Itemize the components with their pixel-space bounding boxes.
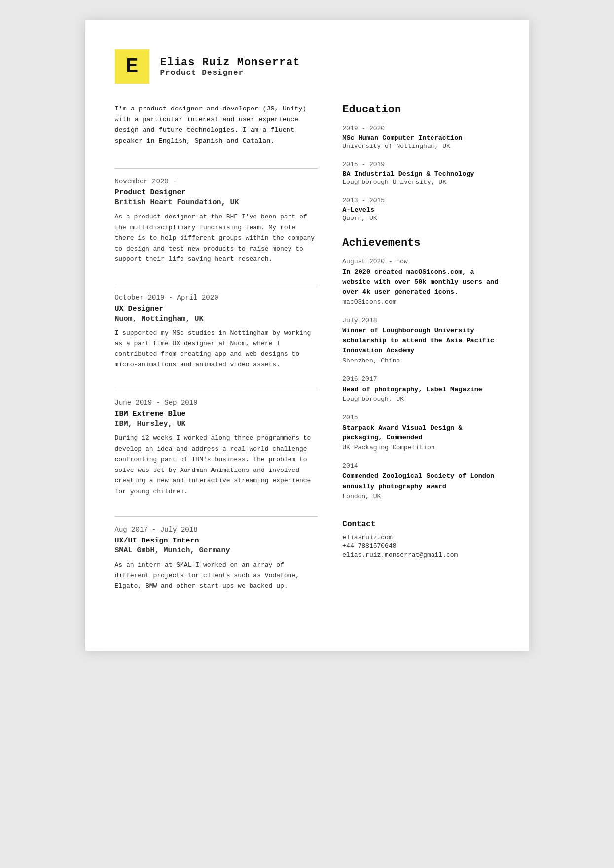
achievement-item: 2015 Starpack Award Visual Design & pack…	[342, 414, 499, 452]
exp-company: Nuom, Nottingham, UK	[115, 315, 318, 323]
edu-years: 2019 - 2020	[342, 125, 499, 132]
contact-item: +44 7881570648	[342, 542, 499, 550]
edu-years: 2015 - 2019	[342, 161, 499, 168]
contact-section: Contact eliasruiz.com+44 7881570648elias…	[342, 520, 499, 559]
education-list: 2019 - 2020 MSc Human Computer Interacti…	[342, 125, 499, 222]
contact-list: eliasruiz.com+44 7881570648elias.ruiz.mo…	[342, 534, 499, 559]
achievements-section: Achievements August 2020 - now In 2020 c…	[342, 237, 499, 500]
right-column: Education 2019 - 2020 MSc Human Computer…	[342, 104, 499, 611]
experience-item: October 2019 - April 2020 UX Designer Nu…	[115, 285, 318, 370]
ach-subtitle: Loughborough, UK	[342, 396, 499, 403]
edu-degree: A-Levels	[342, 206, 499, 214]
main-layout: I'm a product designer and developer (JS…	[115, 104, 500, 611]
exp-date: Aug 2017 - July 2018	[115, 526, 318, 534]
contact-title: Contact	[342, 520, 499, 529]
achievement-item: 2016-2017 Head of photography, Label Mag…	[342, 375, 499, 403]
resume-container: E Elias Ruiz Monserrat Product Designer …	[85, 20, 529, 651]
achievement-item: July 2018 Winner of Loughborough Univers…	[342, 317, 499, 364]
exp-description: As a product designer at the BHF I've be…	[115, 212, 318, 264]
experience-item: November 2020 - Product Designer British…	[115, 168, 318, 264]
ach-title: In 2020 created macOSicons.com, a websit…	[342, 267, 499, 297]
exp-role: UX Designer	[115, 305, 318, 313]
edu-school: Quorn, UK	[342, 215, 499, 222]
exp-company: IBM, Hursley, UK	[115, 420, 318, 428]
section-divider	[115, 390, 318, 390]
ach-title: Winner of Loughborough University schola…	[342, 326, 499, 356]
ach-date: 2016-2017	[342, 375, 499, 383]
exp-company: British Heart Foundation, UK	[115, 198, 318, 207]
ach-subtitle: macOSicons.com	[342, 298, 499, 306]
exp-description: As an intern at SMAL I worked on an arra…	[115, 560, 318, 591]
section-divider	[115, 168, 318, 169]
experience-item: Aug 2017 - July 2018 UX/UI Design Intern…	[115, 516, 318, 591]
experience-item: June 2019 - Sep 2019 IBM Extreme Blue IB…	[115, 390, 318, 497]
section-divider	[115, 285, 318, 285]
exp-role: IBM Extreme Blue	[115, 410, 318, 418]
contact-item: eliasruiz.com	[342, 534, 499, 541]
ach-date: 2014	[342, 462, 499, 470]
ach-subtitle: Shenzhen, China	[342, 357, 499, 364]
education-item: 2015 - 2019 BA Industrial Design & Techn…	[342, 161, 499, 186]
achievements-list: August 2020 - now In 2020 created macOSi…	[342, 258, 499, 500]
exp-date: October 2019 - April 2020	[115, 294, 318, 302]
education-item: 2019 - 2020 MSc Human Computer Interacti…	[342, 125, 499, 150]
full-name: Elias Ruiz Monserrat	[160, 56, 300, 69]
ach-title: Commended Zoological Society of London a…	[342, 471, 499, 492]
job-title: Product Designer	[160, 69, 300, 77]
ach-date: July 2018	[342, 317, 499, 324]
experience-list: November 2020 - Product Designer British…	[115, 168, 318, 591]
ach-subtitle: UK Packaging Competition	[342, 444, 499, 451]
edu-school: Loughborough University, UK	[342, 179, 499, 186]
avatar: E	[115, 49, 149, 84]
exp-description: I supported my MSc studies in Nottingham…	[115, 328, 318, 370]
header-text: Elias Ruiz Monserrat Product Designer	[160, 56, 300, 77]
edu-degree: MSc Human Computer Interaction	[342, 134, 499, 142]
exp-company: SMAL GmbH, Munich, Germany	[115, 546, 318, 555]
exp-description: During 12 weeks I worked along three pro…	[115, 433, 318, 497]
education-title: Education	[342, 104, 499, 116]
ach-date: 2015	[342, 414, 499, 421]
avatar-initial: E	[126, 55, 138, 78]
ach-title: Starpack Award Visual Design & packaging…	[342, 423, 499, 443]
education-item: 2013 - 2015 A-Levels Quorn, UK	[342, 197, 499, 222]
edu-school: University of Nottingham, UK	[342, 143, 499, 150]
contact-item: elias.ruiz.monserrat@gmail.com	[342, 551, 499, 559]
ach-subtitle: London, UK	[342, 493, 499, 500]
ach-date: August 2020 - now	[342, 258, 499, 265]
left-column: I'm a product designer and developer (JS…	[115, 104, 318, 611]
exp-role: UX/UI Design Intern	[115, 537, 318, 545]
achievements-title: Achievements	[342, 237, 499, 249]
edu-degree: BA Industrial Design & Technology	[342, 170, 499, 178]
achievement-item: August 2020 - now In 2020 created macOSi…	[342, 258, 499, 306]
header-section: E Elias Ruiz Monserrat Product Designer	[115, 49, 500, 84]
exp-date: June 2019 - Sep 2019	[115, 399, 318, 407]
section-divider	[115, 516, 318, 517]
achievement-item: 2014 Commended Zoological Society of Lon…	[342, 462, 499, 500]
edu-years: 2013 - 2015	[342, 197, 499, 204]
bio-text: I'm a product designer and developer (JS…	[115, 104, 318, 146]
exp-role: Product Designer	[115, 188, 318, 197]
exp-date: November 2020 -	[115, 178, 318, 185]
ach-title: Head of photography, Label Magazine	[342, 385, 499, 395]
